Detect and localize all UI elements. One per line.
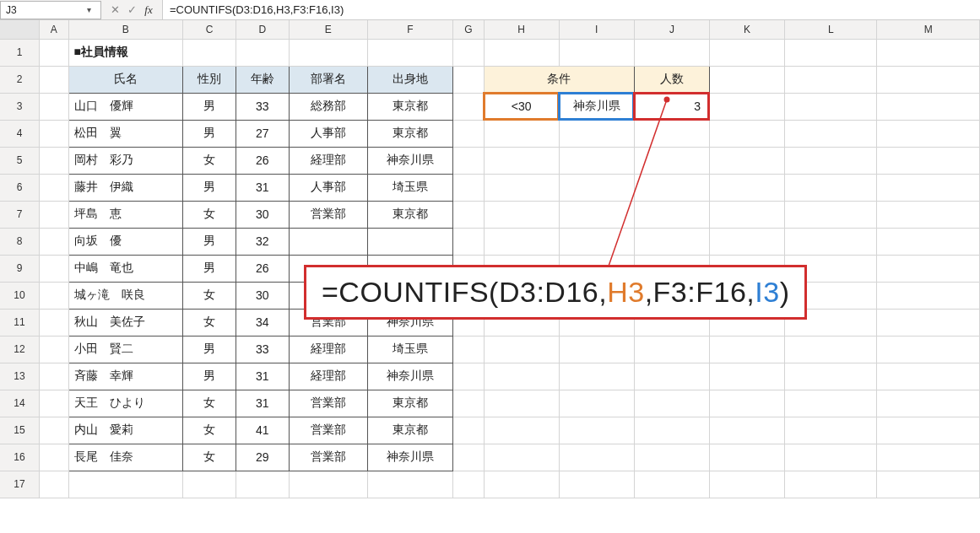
col-header-D[interactable]: D: [236, 20, 289, 39]
col-header-F[interactable]: F: [367, 20, 452, 39]
fx-icon[interactable]: fx: [143, 3, 154, 17]
cell-J5[interactable]: [634, 147, 709, 174]
cell-F3[interactable]: 東京都: [367, 93, 452, 120]
col-header-H[interactable]: H: [484, 20, 559, 39]
row-header-12[interactable]: 12: [0, 336, 40, 363]
cell-M11[interactable]: [877, 309, 980, 336]
cell-F16[interactable]: 神奈川県: [367, 444, 452, 471]
cell-H4[interactable]: [484, 120, 559, 147]
cell-E8[interactable]: [289, 228, 367, 255]
cell-F12[interactable]: 埼玉県: [367, 336, 452, 363]
cell-L2[interactable]: [785, 66, 877, 93]
cell-B8[interactable]: 向坂 優: [68, 228, 183, 255]
cell-C4[interactable]: 男: [183, 120, 236, 147]
cell-D16[interactable]: 29: [236, 444, 289, 471]
cell-L4[interactable]: [785, 120, 877, 147]
col-header-E[interactable]: E: [289, 20, 367, 39]
cell-L3[interactable]: [785, 93, 877, 120]
cell-E3[interactable]: 総務部: [289, 93, 367, 120]
cell-E5[interactable]: 経理部: [289, 147, 367, 174]
cell-I8[interactable]: [559, 228, 634, 255]
cell-G14[interactable]: [453, 390, 484, 417]
cell-I7[interactable]: [559, 201, 634, 228]
cell-K4[interactable]: [709, 120, 784, 147]
col-header-K[interactable]: K: [709, 20, 784, 39]
cell-J8[interactable]: [634, 228, 709, 255]
cell-E16[interactable]: 営業部: [289, 444, 367, 471]
cell-F8[interactable]: [367, 228, 452, 255]
col-header-G[interactable]: G: [453, 20, 484, 39]
cell-J15[interactable]: [634, 417, 709, 444]
cell-K7[interactable]: [709, 201, 784, 228]
cell-G2[interactable]: [453, 66, 484, 93]
row-header-16[interactable]: 16: [0, 444, 40, 471]
cell-L1[interactable]: [785, 39, 877, 66]
cell-K15[interactable]: [709, 417, 784, 444]
cell-J12[interactable]: [634, 336, 709, 363]
cell-E14[interactable]: 営業部: [289, 390, 367, 417]
cell-I6[interactable]: [559, 174, 634, 201]
cell-A5[interactable]: [40, 147, 68, 174]
cell-E12[interactable]: 経理部: [289, 336, 367, 363]
cell-C11[interactable]: 女: [183, 309, 236, 336]
cell-H8[interactable]: [484, 228, 559, 255]
cell-K3[interactable]: [709, 93, 784, 120]
row-header-17[interactable]: 17: [0, 471, 40, 498]
cell-H3[interactable]: <30: [484, 93, 559, 120]
cell-I1[interactable]: [559, 39, 634, 66]
cell-L17[interactable]: [785, 471, 877, 498]
cell-F5[interactable]: 神奈川県: [367, 147, 452, 174]
cell-G4[interactable]: [453, 120, 484, 147]
cell-J4[interactable]: [634, 120, 709, 147]
cell-G6[interactable]: [453, 174, 484, 201]
cell-I17[interactable]: [559, 471, 634, 498]
cell-K12[interactable]: [709, 336, 784, 363]
row-header-9[interactable]: 9: [0, 255, 40, 282]
name-box[interactable]: J3 ▾: [0, 1, 101, 19]
cell-I13[interactable]: [559, 363, 634, 390]
cell-A3[interactable]: [40, 93, 68, 120]
cell-D11[interactable]: 34: [236, 309, 289, 336]
cell-D1[interactable]: [236, 39, 289, 66]
cell-M4[interactable]: [877, 120, 980, 147]
cell-F17[interactable]: [367, 471, 452, 498]
cell-A14[interactable]: [40, 390, 68, 417]
cell-I3[interactable]: 神奈川県: [559, 93, 634, 120]
cell-D17[interactable]: [236, 471, 289, 498]
cell-J2[interactable]: 人数: [634, 66, 709, 93]
cell-M10[interactable]: [877, 282, 980, 309]
cell-M2[interactable]: [877, 66, 980, 93]
cell-H1[interactable]: [484, 39, 559, 66]
cancel-icon[interactable]: ✕: [110, 3, 120, 16]
cell-B6[interactable]: 藤井 伊織: [68, 174, 183, 201]
cell-F15[interactable]: 東京都: [367, 417, 452, 444]
cell-K16[interactable]: [709, 444, 784, 471]
cell-C2[interactable]: 性別: [183, 66, 236, 93]
row-header-15[interactable]: 15: [0, 417, 40, 444]
cell-C13[interactable]: 男: [183, 363, 236, 390]
cell-B16[interactable]: 長尾 佳奈: [68, 444, 183, 471]
cell-M3[interactable]: [877, 93, 980, 120]
cell-G15[interactable]: [453, 417, 484, 444]
col-header-B[interactable]: B: [68, 20, 183, 39]
cell-D15[interactable]: 41: [236, 417, 289, 444]
cell-A10[interactable]: [40, 282, 68, 309]
cell-B12[interactable]: 小田 賢二: [68, 336, 183, 363]
cell-C9[interactable]: 男: [183, 255, 236, 282]
cell-E4[interactable]: 人事部: [289, 120, 367, 147]
row-header-8[interactable]: 8: [0, 228, 40, 255]
cell-M12[interactable]: [877, 336, 980, 363]
cell-L6[interactable]: [785, 174, 877, 201]
cell-C14[interactable]: 女: [183, 390, 236, 417]
cell-F4[interactable]: 東京都: [367, 120, 452, 147]
row-header-10[interactable]: 10: [0, 282, 40, 309]
cell-G3[interactable]: [453, 93, 484, 120]
row-header-7[interactable]: 7: [0, 201, 40, 228]
cell-E7[interactable]: 営業部: [289, 201, 367, 228]
cell-K13[interactable]: [709, 363, 784, 390]
cell-M16[interactable]: [877, 444, 980, 471]
cell-E17[interactable]: [289, 471, 367, 498]
cell-A6[interactable]: [40, 174, 68, 201]
cell-D7[interactable]: 30: [236, 201, 289, 228]
cell-L16[interactable]: [785, 444, 877, 471]
